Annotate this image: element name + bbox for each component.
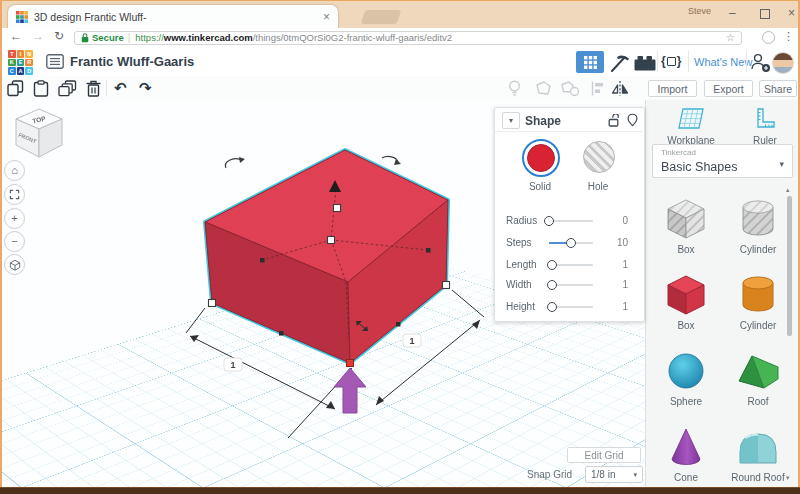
window-maximize-button[interactable] — [760, 9, 770, 19]
zoom-out-button[interactable]: − — [4, 231, 25, 252]
paste-icon[interactable] — [33, 80, 49, 97]
cone-icon — [663, 424, 709, 470]
gallery-item-box[interactable]: Box — [654, 272, 718, 331]
shape-library-select[interactable]: Tinkercad Basic Shapes ▾ — [652, 144, 793, 178]
align-icon — [590, 80, 605, 97]
panel-collapse-caret[interactable]: ▾ — [502, 112, 520, 129]
roof-icon — [735, 348, 781, 394]
ruler-tool[interactable]: Ruler — [732, 107, 798, 146]
selected-box-shape[interactable] — [205, 150, 448, 363]
codeblocks-icon[interactable]: {} — [661, 54, 681, 68]
export-button[interactable]: Export — [704, 80, 753, 97]
refresh-icon[interactable]: ↻ — [54, 30, 64, 42]
import-button[interactable]: Import — [648, 80, 697, 97]
tinkercad-logo[interactable]: TIN KER CAD — [8, 50, 33, 75]
tab-close-icon[interactable]: × — [323, 11, 330, 23]
back-icon[interactable]: ← — [10, 30, 22, 42]
workplane-tool[interactable]: Workplane — [658, 107, 724, 146]
fit-view-icon — [9, 189, 20, 200]
window-close-button[interactable]: × — [788, 7, 795, 19]
steps-slider[interactable] — [549, 242, 593, 244]
extension-icon[interactable] — [762, 31, 775, 44]
pointer-arrow-cursor — [334, 368, 366, 413]
copy-icon[interactable] — [7, 80, 24, 97]
length-slider[interactable] — [549, 264, 593, 266]
hole-box-icon — [663, 196, 709, 242]
panel-title: Shape — [525, 114, 561, 128]
scroll-down-icon[interactable]: ▾ — [786, 474, 790, 482]
library-caret-icon: ▾ — [779, 159, 784, 169]
window-minimize-button[interactable]: – — [729, 7, 736, 19]
tinkercad-favicon — [16, 11, 28, 23]
snap-grid-label: Snap Grid — [527, 469, 572, 480]
url-text: https://www.tinkercad.com/things/0tmQOrS… — [135, 32, 722, 43]
undo-icon[interactable]: ↶ — [114, 80, 127, 95]
edit-grid-button[interactable]: Edit Grid — [567, 447, 641, 463]
library-name: Basic Shapes — [661, 160, 737, 174]
slider-row-height: Height 1 — [495, 300, 642, 314]
address-bar[interactable]: Secure | https://www.tinkercad.com/thing… — [74, 31, 742, 45]
active-corner-handle[interactable] — [347, 360, 354, 367]
width-slider[interactable] — [549, 284, 593, 286]
hole-option[interactable] — [583, 141, 615, 173]
browser-menu-icon[interactable]: ⋮ — [783, 30, 794, 43]
gallery-item-cylinder[interactable]: Cylinder — [726, 272, 790, 331]
snap-grid-select[interactable]: 1/8 in ▾ — [585, 466, 643, 483]
delete-trash-icon[interactable] — [86, 80, 101, 97]
browser-tab[interactable]: 3D design Frantic Wluff- × — [8, 5, 338, 28]
minecraft-pickaxe-icon[interactable] — [608, 53, 630, 72]
gallery-item-hole-cylinder[interactable]: Cylinder — [726, 196, 790, 255]
shapes-sidebar: Workplane Ruler Tinkercad Basic Shapes ▾… — [645, 100, 800, 488]
pin-icon[interactable] — [627, 113, 638, 127]
view-cube[interactable]: TOP FRONT — [12, 106, 66, 164]
lego-brick-icon[interactable] — [634, 55, 656, 71]
slider-row-width: Width 1 — [495, 278, 642, 292]
perspective-toggle-button[interactable] — [4, 254, 25, 275]
share-button[interactable]: Share — [759, 80, 797, 97]
mirror-icon[interactable] — [611, 80, 629, 97]
radius-slider[interactable] — [549, 220, 593, 222]
user-avatar[interactable] — [772, 52, 794, 74]
redo-icon[interactable]: ↷ — [139, 80, 152, 95]
svg-text:1: 1 — [230, 360, 235, 370]
gallery-item-roof[interactable]: Roof — [726, 348, 790, 407]
library-brand: Tinkercad — [661, 148, 784, 157]
shape-inspector-panel: ▾ Shape Solid Hole Radius 0 Steps 10 Len… — [494, 107, 645, 322]
new-tab-button[interactable] — [361, 10, 402, 24]
show-all-icon — [508, 80, 521, 97]
dashboard-grid-button[interactable] — [576, 51, 604, 73]
solid-swatch — [527, 144, 555, 172]
duplicate-icon[interactable] — [58, 80, 77, 97]
perspective-cube-icon — [9, 259, 21, 271]
design-menu-icon[interactable] — [46, 54, 64, 69]
sidebar-scrollbar[interactable] — [787, 196, 792, 336]
forward-icon[interactable]: → — [32, 30, 44, 42]
slider-row-length: Length 1 — [495, 258, 642, 272]
unlock-icon[interactable] — [608, 114, 620, 127]
solid-option[interactable] — [522, 139, 560, 177]
slider-row-steps: Steps 10 — [495, 236, 642, 250]
invite-person-icon[interactable] — [750, 52, 771, 73]
scroll-up-icon[interactable]: ▴ — [786, 186, 790, 194]
home-view-button[interactable]: ⌂ — [4, 160, 25, 181]
whats-new-link[interactable]: What's New — [694, 56, 752, 68]
height-slider[interactable] — [549, 306, 593, 308]
group-icon — [534, 80, 553, 97]
orange-cylinder-icon — [735, 272, 781, 318]
browser-profile-name: Steve — [688, 6, 711, 16]
secure-lock-icon — [81, 33, 89, 43]
gallery-item-sphere[interactable]: Sphere — [654, 348, 718, 407]
bookmark-star-icon[interactable]: ☆ — [726, 32, 735, 43]
snap-grid-caret-icon: ▾ — [633, 471, 637, 479]
hole-cylinder-icon — [735, 196, 781, 242]
svg-text:1: 1 — [409, 336, 414, 346]
fit-view-button[interactable] — [4, 184, 25, 205]
gallery-item-hole-box[interactable]: Box — [654, 196, 718, 255]
red-box-icon — [663, 272, 709, 318]
grid-apps-icon — [584, 56, 597, 69]
zoom-in-button[interactable]: + — [4, 208, 25, 229]
gallery-item-round-roof[interactable]: Round Roof — [726, 424, 790, 483]
solid-label: Solid — [520, 181, 560, 192]
tab-title: 3D design Frantic Wluff- — [34, 11, 323, 23]
gallery-item-cone[interactable]: Cone — [654, 424, 718, 483]
